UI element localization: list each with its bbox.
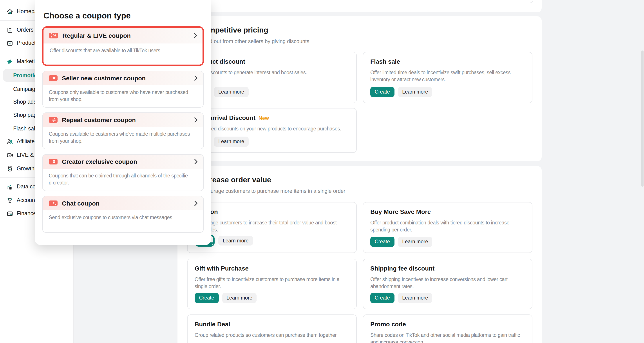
card-title: Buy More Save More [370, 208, 525, 215]
card-title: Bundle Deal [194, 320, 349, 328]
finance-icon [6, 210, 13, 217]
seller-center-app: Competitive pricing Stand out from other… [0, 0, 644, 343]
create-button[interactable]: Create [370, 237, 394, 247]
card-title: Gift with Purchase [194, 265, 349, 272]
create-button[interactable]: Create [370, 293, 394, 303]
new-badge: New [258, 116, 269, 121]
card-title: Promo code [370, 320, 525, 328]
sidebar-item-label: Campaign [13, 86, 38, 92]
chevron-right-icon [194, 201, 198, 206]
section-subtitle: Encourage customers to purchase more ite… [198, 188, 345, 194]
live-video-icon [6, 152, 13, 158]
card-promo-code: Promo code Share codes on TikTok and oth… [363, 314, 532, 343]
option-label: Chat coupon [62, 200, 100, 207]
card-shipping-fee-discount: Shipping fee discount Offer shipping inc… [363, 259, 532, 309]
coupon-repeat-icon [48, 116, 58, 124]
card-description: Offer limited-time deals to incentivize … [370, 69, 525, 83]
learn-more-button[interactable]: Learn more [398, 293, 432, 303]
card-title: Product discount [194, 58, 349, 65]
card-description: Share codes on TikTok and other social m… [370, 332, 525, 343]
option-chat-coupon[interactable]: Chat coupon Send exclusive coupons to cu… [42, 196, 204, 233]
coupon-sparkle-icon [48, 200, 58, 207]
account-health-icon [6, 197, 13, 204]
card-bundle-deal: Bundle Deal Group related products so cu… [187, 314, 357, 343]
card-gift-with-purchase: Gift with Purchase Offer free gifts to i… [187, 259, 357, 309]
option-label: Creator exclusive coupon [62, 158, 137, 165]
card-description: Group related products so customers can … [194, 332, 349, 338]
card-title: New arrival Discount New [194, 114, 349, 121]
card-description: Offer free gifts to incentivize customer… [194, 276, 349, 290]
chevron-right-icon [194, 159, 198, 164]
card-description: Encourage customers to increase their to… [194, 219, 349, 233]
card-title: Shipping fee discount [370, 265, 525, 272]
card-buy-more-save-more: Buy More Save More Offer product combina… [363, 202, 532, 253]
create-button[interactable]: Create [194, 293, 218, 303]
option-description: Send exclusive coupons to customers via … [42, 210, 204, 226]
card-title: Coupon [194, 208, 349, 215]
modal-title: Choose a coupon type [42, 11, 204, 21]
card-flash-sale: Flash sale Offer limited-time deals to i… [363, 52, 532, 103]
sidebar-item-label: Finance [17, 210, 36, 216]
chevron-right-icon [194, 33, 197, 38]
marketing-icon [6, 58, 13, 65]
chevron-right-icon [194, 76, 198, 81]
card-product-discount: Product discount Offer discounts to gene… [187, 52, 357, 103]
chevron-right-icon [194, 117, 198, 122]
card-description: Offer shipping incentives to increase co… [370, 276, 525, 290]
option-description: Coupons available to customers who've ma… [42, 127, 204, 149]
option-label: Regular & LIVE coupon [62, 32, 131, 39]
option-label: Seller new customer coupon [62, 75, 146, 82]
orders-icon [6, 26, 13, 33]
option-seller-new-customer-coupon[interactable]: Seller new customer coupon Coupons only … [42, 71, 204, 108]
choose-coupon-type-modal: Choose a coupon type % Regular & LIVE co… [35, 0, 211, 245]
products-icon [6, 40, 13, 46]
option-description: Coupons only available to customers who … [42, 85, 204, 107]
card-description: Add timed discounts on your new products… [194, 125, 349, 132]
card-title: Flash sale [370, 58, 525, 65]
svg-text:%: % [53, 34, 56, 38]
coupon-percent-icon: % [49, 32, 58, 39]
top-panel [178, 0, 542, 12]
option-description: Offer discounts that are available to al… [44, 44, 202, 59]
affiliate-icon [6, 138, 13, 145]
learn-more-button[interactable]: Learn more [214, 87, 249, 97]
option-regular-live-coupon[interactable]: % Regular & LIVE coupon Offer discounts … [42, 26, 204, 66]
growth-icon [6, 165, 13, 172]
option-label: Repeat customer coupon [62, 116, 136, 124]
option-creator-exclusive-coupon[interactable]: Creator exclusive coupon Coupons that ca… [42, 154, 204, 191]
section-subtitle: Stand out from other sellers by giving d… [198, 38, 309, 44]
section-increase-order-value: Increase order value Encourage customers… [178, 166, 542, 343]
sidebar-item-label: Shop ads [13, 99, 36, 105]
learn-more-button[interactable]: Learn more [398, 237, 432, 247]
home-icon [6, 8, 13, 15]
coupon-person-icon [48, 158, 58, 165]
option-repeat-customer-coupon[interactable]: Repeat customer coupon Coupons available… [42, 112, 204, 149]
learn-more-button[interactable]: Learn more [222, 293, 257, 303]
card-description: Offer discounts to generate interest and… [194, 69, 349, 76]
create-button[interactable]: Create [370, 87, 394, 97]
card-coupon: Coupon Encourage customers to increase t… [187, 202, 357, 253]
coupon-star-icon [48, 75, 58, 82]
scrolled-card-bottom-edge [187, 0, 533, 3]
sidebar-item-label: Orders [17, 27, 34, 33]
page-scrollbar[interactable] [641, 50, 644, 187]
learn-more-button[interactable]: Learn more [214, 137, 249, 147]
learn-more-button[interactable]: Learn more [218, 236, 253, 246]
sidebar-item-label: Affiliate [17, 138, 35, 144]
learn-more-button[interactable]: Learn more [398, 87, 432, 97]
card-description: Offer product combination deals with tie… [370, 219, 525, 233]
option-description: Coupons that can be claimed through all … [42, 169, 204, 190]
data-compass-icon [6, 183, 13, 190]
section-competitive-pricing: Competitive pricing Stand out from other… [178, 16, 542, 161]
card-new-arrival-discount: New arrival Discount New Add timed disco… [187, 108, 357, 153]
sidebar-item-label: Flash sale [13, 126, 38, 132]
sidebar-item-label: Growth [17, 166, 34, 172]
